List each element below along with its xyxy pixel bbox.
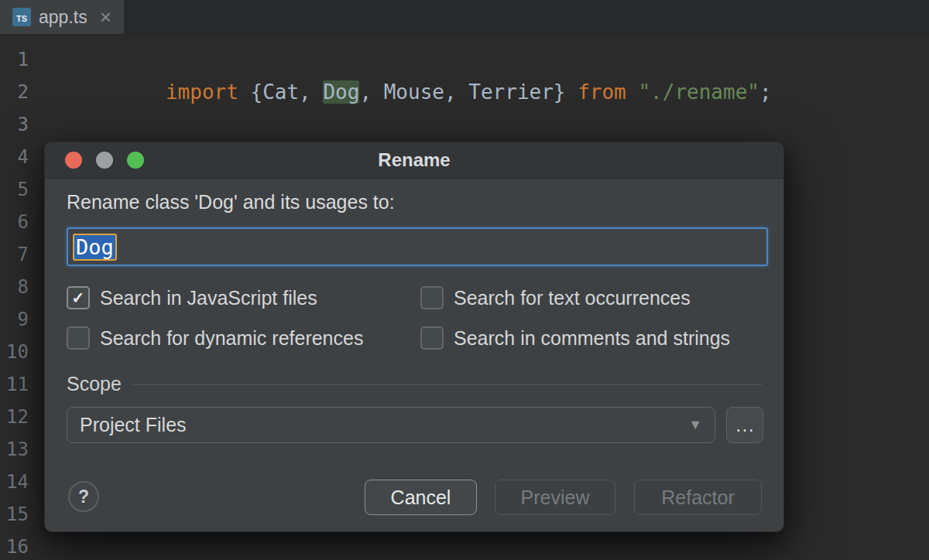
code-line-1: import {Cat, Dog, Mouse, Terrier} from "… xyxy=(93,43,929,76)
dialog-titlebar[interactable]: Rename xyxy=(45,142,783,179)
line-number: 2 xyxy=(0,76,44,108)
refactor-button[interactable]: Refactor xyxy=(634,480,762,515)
scope-value: Project Files xyxy=(80,414,187,436)
line-number: 7 xyxy=(0,238,44,271)
ellipsis-icon: … xyxy=(735,413,755,437)
code-token: , Mouse, Terrier} xyxy=(359,80,578,104)
ide-window: TS app.ts × 1 2 3 4 5 6 7 8 9 10 11 12 1… xyxy=(0,0,929,560)
renamed-symbol-highlight: Dog xyxy=(323,80,359,104)
line-number: 3 xyxy=(0,108,44,141)
line-number: 11 xyxy=(0,368,44,401)
checkbox-box[interactable] xyxy=(420,326,444,350)
checkbox-label: Search for text occurrences xyxy=(454,287,691,309)
rename-options: ✓ Search in JavaScript files Search for … xyxy=(67,286,730,350)
line-number: 15 xyxy=(0,498,44,531)
typescript-file-icon: TS xyxy=(12,8,31,26)
line-number: 8 xyxy=(0,271,44,303)
rename-input[interactable]: Dog xyxy=(67,227,768,266)
line-number: 4 xyxy=(0,141,44,173)
tab-app-ts[interactable]: TS app.ts × xyxy=(0,0,124,34)
close-tab-icon[interactable]: × xyxy=(100,7,111,27)
line-number: 6 xyxy=(0,206,44,238)
line-number: 9 xyxy=(0,303,44,336)
line-number: 5 xyxy=(0,173,44,206)
rename-input-value: Dog xyxy=(76,235,114,259)
code-token: from xyxy=(578,80,638,104)
scope-label: Scope xyxy=(67,373,122,395)
code-token: "./rename" xyxy=(638,80,759,104)
scope-section: Scope xyxy=(67,372,762,395)
line-number: 16 xyxy=(0,531,44,560)
line-number: 10 xyxy=(0,336,44,368)
checkbox-search-dynamic-references[interactable]: Search for dynamic references xyxy=(67,326,420,350)
separator-line xyxy=(132,384,762,385)
line-number-gutter: 1 2 3 4 5 6 7 8 9 10 11 12 13 14 15 16 xyxy=(0,34,44,560)
cancel-button[interactable]: Cancel xyxy=(365,480,477,515)
line-number: 13 xyxy=(0,433,44,466)
preview-button[interactable]: Preview xyxy=(495,480,615,515)
checkbox-search-text-occurrences[interactable]: Search for text occurrences xyxy=(420,286,730,309)
rename-dialog: Rename Rename class 'Dog' and its usages… xyxy=(44,142,784,532)
code-token: ; xyxy=(759,80,772,104)
checkbox-label: Search in JavaScript files xyxy=(100,287,317,309)
checkbox-box[interactable] xyxy=(420,286,444,309)
line-number: 12 xyxy=(0,401,44,433)
code-token: {Cat, xyxy=(251,80,324,104)
checkbox-box[interactable] xyxy=(67,326,90,350)
dialog-title: Rename xyxy=(45,142,783,178)
checkbox-label: Search in comments and strings xyxy=(454,327,730,350)
tab-title: app.ts xyxy=(39,7,87,28)
code-token: import xyxy=(166,80,251,104)
scope-combobox[interactable]: Project Files ▼ xyxy=(67,407,715,443)
line-number: 1 xyxy=(0,43,44,76)
checkbox-box[interactable]: ✓ xyxy=(67,286,90,309)
editor-tab-bar: TS app.ts × xyxy=(0,0,929,35)
help-button[interactable]: ? xyxy=(68,481,99,512)
code-line-3: let dog = new Dog(); xyxy=(93,108,929,141)
inplace-template-box: Dog xyxy=(73,234,117,261)
checkbox-search-comments-strings[interactable]: Search in comments and strings xyxy=(420,326,730,350)
question-icon: ? xyxy=(78,487,89,507)
browse-scope-button[interactable]: … xyxy=(726,407,763,443)
rename-prompt: Rename class 'Dog' and its usages to: xyxy=(67,191,395,213)
check-icon: ✓ xyxy=(72,290,85,306)
line-number: 14 xyxy=(0,466,44,498)
chevron-down-icon: ▼ xyxy=(688,417,702,433)
checkbox-label: Search for dynamic references xyxy=(100,327,363,350)
checkbox-search-javascript-files[interactable]: ✓ Search in JavaScript files xyxy=(67,286,420,309)
